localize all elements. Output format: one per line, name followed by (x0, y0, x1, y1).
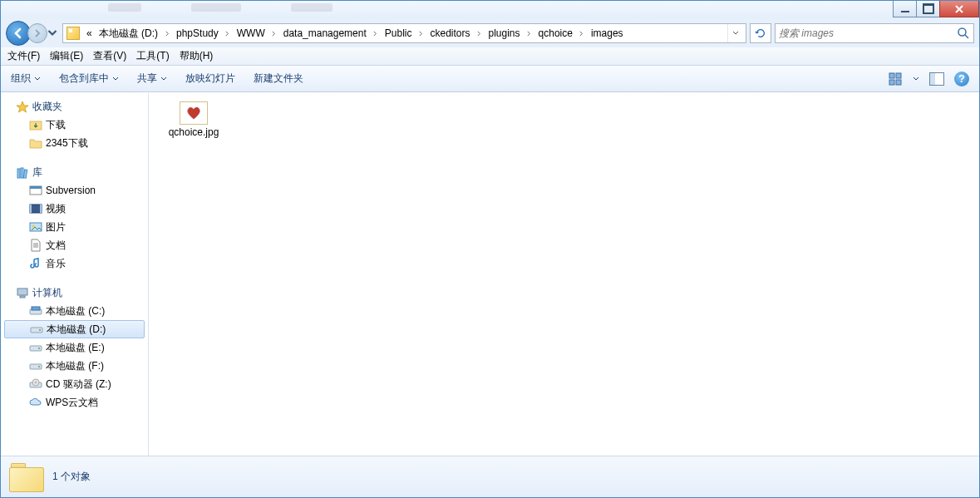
svg-rect-1 (889, 73, 894, 78)
address-dropdown[interactable] (727, 24, 742, 42)
caption-buttons (894, 1, 979, 17)
nav-history-dropdown[interactable] (47, 28, 57, 38)
computer-icon (16, 287, 29, 300)
libraries-label: 库 (32, 165, 42, 180)
breadcrumb-item[interactable]: ckeditors (426, 24, 473, 42)
refresh-button[interactable] (750, 23, 771, 43)
file-list-pane[interactable]: qchoice.jpg (149, 93, 979, 456)
svg-rect-8 (23, 169, 27, 177)
toolbar-right: ? (886, 70, 969, 88)
address-bar[interactable]: « 本地磁盘 (D:) phpStudy WWW data_management… (62, 23, 746, 43)
menu-tools[interactable]: 工具(T) (136, 49, 169, 63)
breadcrumb-sep[interactable] (415, 24, 426, 42)
breadcrumb-sep[interactable] (474, 24, 485, 42)
sidebar-item-drive-c[interactable]: 本地磁盘 (C:) (1, 302, 148, 320)
body-row: 收藏夹 下载 2345下载 库 Subversion (1, 92, 979, 456)
svg-rect-3 (889, 80, 894, 85)
close-icon (954, 4, 964, 14)
details-pane: 1 个对象 (1, 456, 979, 497)
svg-rect-6 (17, 169, 20, 178)
breadcrumb-item[interactable]: 本地磁盘 (D:) (96, 24, 161, 42)
breadcrumb-prefix: « (83, 24, 96, 42)
change-view-button[interactable] (886, 70, 904, 88)
explorer-window: « 本地磁盘 (D:) phpStudy WWW data_management… (0, 0, 980, 498)
sidebar-item-2345-downloads[interactable]: 2345下载 (1, 134, 148, 152)
sidebar-item-subversion[interactable]: Subversion (1, 181, 148, 200)
tree-item-label: CD 驱动器 (Z:) (46, 377, 111, 392)
cd-drive-icon (29, 377, 42, 391)
preview-pane-button[interactable] (928, 70, 946, 88)
computer-header[interactable]: 计算机 (1, 284, 148, 302)
title-bar (1, 1, 979, 19)
breadcrumb-sep[interactable] (268, 24, 280, 42)
view-dropdown[interactable] (913, 73, 919, 85)
slideshow-button[interactable]: 放映幻灯片 (185, 71, 235, 86)
back-arrow-icon (12, 27, 25, 40)
forward-button[interactable] (27, 23, 47, 43)
include-label: 包含到库中 (59, 71, 109, 86)
svg-point-21 (39, 329, 41, 331)
breadcrumb-item[interactable]: qchoice (535, 24, 576, 42)
new-folder-button[interactable]: 新建文件夹 (254, 71, 303, 86)
menu-file[interactable]: 文件(F) (7, 49, 40, 63)
breadcrumb-item[interactable]: data_management (280, 24, 370, 42)
thumbnails-icon (889, 72, 902, 86)
sidebar-item-drive-d[interactable]: 本地磁盘 (D:) (4, 320, 145, 338)
file-item[interactable]: qchoice.jpg (160, 101, 227, 138)
libraries-header[interactable]: 库 (1, 164, 148, 181)
item-count-label: 1 个对象 (52, 470, 91, 484)
help-button[interactable]: ? (954, 71, 969, 86)
svg-rect-17 (20, 296, 25, 298)
tree-item-label: 2345下载 (46, 136, 88, 150)
svg-rect-7 (21, 168, 23, 178)
search-box[interactable] (775, 23, 974, 43)
svg-rect-16 (17, 288, 27, 295)
documents-icon (29, 239, 42, 252)
breadcrumb-sep[interactable] (161, 24, 173, 42)
breadcrumb-item[interactable]: plugins (485, 24, 524, 42)
tree-item-label: 下载 (46, 118, 66, 132)
search-input[interactable] (779, 27, 957, 39)
computer-group: 计算机 本地磁盘 (C:) 本地磁盘 (D:) 本地磁盘 (E:) 本地磁盘 (… (1, 284, 148, 412)
breadcrumb-sep[interactable] (576, 24, 588, 42)
maximize-button[interactable] (916, 1, 940, 17)
sidebar-item-drive-e[interactable]: 本地磁盘 (E:) (1, 338, 148, 357)
breadcrumb-sep[interactable] (222, 24, 234, 42)
sidebar-item-videos[interactable]: 视频 (1, 200, 148, 218)
breadcrumb-item[interactable]: Public (382, 24, 416, 42)
breadcrumb-item[interactable]: phpStudy (173, 24, 222, 42)
organize-label: 组织 (11, 71, 31, 86)
sidebar-item-music[interactable]: 音乐 (1, 254, 148, 273)
tree-item-label: Subversion (46, 185, 96, 196)
sidebar-item-drive-f[interactable]: 本地磁盘 (F:) (1, 357, 148, 375)
menu-view[interactable]: 查看(V) (93, 49, 126, 63)
preview-pane-icon (929, 72, 944, 86)
svg-rect-10 (30, 186, 42, 189)
sidebar-item-downloads[interactable]: 下载 (1, 116, 148, 134)
favorites-header[interactable]: 收藏夹 (1, 98, 148, 116)
sidebar-item-pictures[interactable]: 图片 (1, 218, 148, 236)
menu-help[interactable]: 帮助(H) (180, 49, 214, 63)
drive-icon (29, 304, 42, 318)
breadcrumb-sep[interactable] (370, 24, 382, 42)
close-button[interactable] (939, 1, 979, 17)
drive-icon (29, 359, 42, 372)
menu-edit[interactable]: 编辑(E) (50, 49, 83, 63)
sidebar-item-cd-drive[interactable]: CD 驱动器 (Z:) (1, 375, 148, 393)
include-in-library-button[interactable]: 包含到库中 (59, 71, 119, 86)
address-row: « 本地磁盘 (D:) phpStudy WWW data_management… (1, 19, 979, 47)
organize-button[interactable]: 组织 (11, 71, 41, 86)
sidebar-item-documents[interactable]: 文档 (1, 236, 148, 254)
navigation-pane[interactable]: 收藏夹 下载 2345下载 库 Subversion (1, 93, 149, 456)
file-name-label: qchoice.jpg (169, 126, 219, 138)
pictures-icon (29, 220, 42, 234)
breadcrumb-item[interactable]: images (588, 24, 627, 42)
breadcrumb-item[interactable]: WWW (234, 24, 268, 42)
breadcrumb-sep[interactable] (524, 24, 535, 42)
minimize-button[interactable] (893, 1, 917, 17)
video-icon (29, 202, 42, 215)
search-icon[interactable] (957, 27, 970, 40)
heart-icon (186, 106, 201, 120)
share-button[interactable]: 共享 (137, 71, 167, 86)
sidebar-item-wps-cloud[interactable]: WPS云文档 (1, 393, 148, 412)
